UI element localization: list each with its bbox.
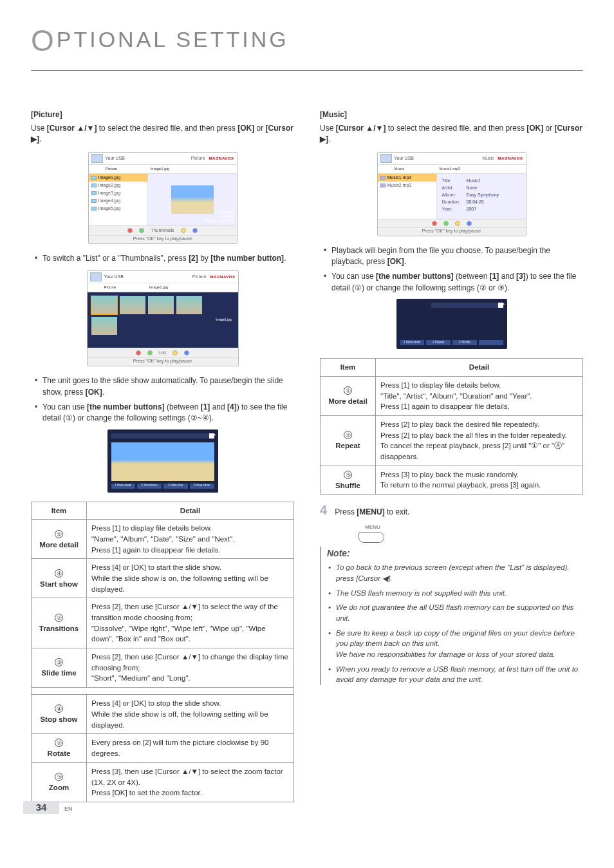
num-icon: ④ — [55, 704, 63, 713]
file-icon — [91, 176, 97, 180]
num-icon: ③ — [344, 471, 352, 479]
list-item: Image4.jpg — [89, 197, 147, 205]
t: to select the desired file, and then pre… — [386, 124, 526, 133]
green-dot-icon — [139, 228, 144, 233]
t: Use — [320, 124, 336, 133]
note-item: We do not guarantee the all USB flash me… — [327, 602, 583, 623]
ss-footer: Thumbnails — [89, 225, 237, 235]
music-numbuttons-bullet: You can use [the number buttons] (betwee… — [320, 271, 583, 294]
menu-label: [MENU] — [357, 507, 384, 516]
list-item: Music1.mp3 — [378, 174, 436, 182]
numbuttons-bullet: You can use [the number buttons] (betwee… — [31, 402, 294, 424]
file-icon — [91, 191, 97, 195]
ss-footer: List — [88, 348, 238, 357]
player-btn: 3 Shuffle — [452, 340, 477, 345]
row-detail: Press [2], then use [Cursor ▲/▼] to chan… — [87, 648, 294, 688]
yellow-dot-icon — [455, 221, 460, 226]
side-filename: Image1.jpg — [210, 292, 238, 348]
blue-dot-icon — [192, 228, 198, 233]
green-dot-icon — [147, 350, 153, 355]
blue-dot-icon — [467, 221, 472, 226]
menu-shape-icon — [358, 532, 384, 543]
player-btn: 4 Stop show — [190, 484, 214, 489]
thumb — [91, 317, 117, 335]
playback-bullet: Playback will begin from the file you ch… — [320, 245, 583, 268]
t: To switch a "List" or a "Thumbnails", pr… — [42, 254, 189, 263]
t: or — [543, 124, 554, 133]
ss-brand: MAGNAVOX — [209, 156, 234, 162]
file-icon — [91, 207, 97, 211]
ss-footer2: Press "OK" key to play/pause — [89, 235, 237, 243]
table-row: ①More detailPress [1] to display file de… — [32, 520, 294, 559]
music-heading: [Music] — [320, 109, 583, 120]
player-btn: 1 More detail — [111, 484, 136, 489]
row-detail: Press [1] to display file details below.… — [376, 376, 583, 415]
picture-detail-table: ItemDetail ①More detailPress [1] to disp… — [31, 502, 294, 802]
audio-player: ▶ 1 More detail 2 Repeat 3 Shuffle — [396, 299, 507, 349]
yellow-dot-icon — [172, 350, 178, 355]
t: 2009.04.03 17:43:06 — [205, 219, 234, 223]
row-name: Zoom — [36, 782, 82, 793]
table-row: ④Stop showPress [4] or [OK] to stop the … — [32, 695, 294, 734]
picture-thumbs-screenshot: Your USB Picture MAGNAVOX Picture Image1… — [87, 270, 239, 366]
ok-label: [OK] — [237, 124, 254, 133]
page-number: 34 EN — [23, 801, 73, 814]
th-item: Item — [321, 359, 376, 377]
usb-icon — [91, 154, 103, 163]
footer-hint: Press "OK" key to play/pause — [133, 358, 192, 364]
row-detail: Every press on [2] will turn the picture… — [87, 734, 294, 763]
row-name: Stop show — [36, 714, 82, 725]
v: Easy Symphony — [467, 192, 499, 198]
usb-icon — [380, 154, 392, 163]
menu-caption: MENU — [358, 524, 387, 531]
num-icon: ② — [344, 431, 352, 439]
step-4: 4 Press [MENU] to exit. — [320, 501, 583, 520]
t: [the number buttons] — [376, 272, 454, 281]
th-detail: Detail — [87, 502, 294, 520]
red-dot-icon — [432, 221, 437, 226]
yellow-dot-icon — [181, 228, 186, 233]
header-text: PTIONAL SETTING — [57, 27, 289, 52]
green-dot-icon — [443, 221, 449, 226]
list-item: Image1.jpg — [89, 174, 147, 182]
ss-filehdr: Music1.mp3 — [440, 166, 460, 172]
ss-path: Picture — [189, 274, 210, 280]
row-detail: Press [2], then use [Cursor ▲/▼] to sele… — [87, 598, 294, 648]
v: 00:04:28 — [467, 199, 484, 205]
file-icon — [91, 199, 97, 203]
music-intro: Use [Cursor ▲/▼] to select the desired f… — [320, 123, 583, 146]
header-rule — [31, 70, 583, 71]
t: [OK] — [387, 257, 404, 266]
t: . — [39, 135, 41, 144]
ss-crumb: Music — [395, 166, 440, 172]
music-detail-table: ItemDetail ①More detailPress [1] to disp… — [320, 358, 583, 495]
thumb — [120, 296, 145, 314]
menu-button-diagram: MENU — [358, 524, 387, 543]
t: Image1.jpg — [98, 175, 121, 181]
num-icon: ② — [55, 739, 63, 747]
list-item: Image3.jpg — [89, 189, 147, 197]
t: to exit. — [385, 507, 410, 516]
k: Year: — [442, 206, 463, 212]
t: [1] — [201, 402, 210, 411]
row-name: Transitions — [36, 623, 82, 634]
row-detail: Press [2] to play back the desired file … — [376, 415, 583, 466]
list-item: Music2.mp3 — [378, 182, 436, 189]
t: . — [102, 388, 104, 397]
usb-icon — [90, 272, 102, 281]
file-icon — [380, 176, 386, 180]
kv-row: Year:2007 — [442, 206, 521, 212]
list-item: Image2.jpg — [89, 182, 147, 189]
t: (between — [165, 402, 201, 411]
row-name: More detail — [36, 540, 82, 551]
thumb — [176, 296, 202, 314]
t: Image1.jpg — [205, 210, 234, 214]
k: Duration: — [442, 199, 463, 205]
progress-bar: ▶ — [111, 433, 214, 439]
row-detail: Press [3], then use [Cursor ▲/▼] to sele… — [87, 762, 294, 802]
ss-preview: Image1.jpg 1366 963 2009.04.03 17:43:06 — [148, 174, 237, 225]
ss-title: Your USB — [106, 155, 187, 162]
row-name: More detail — [325, 396, 371, 407]
num-icon: ③ — [55, 773, 63, 781]
player-btn: 2 Repeat — [426, 340, 451, 345]
